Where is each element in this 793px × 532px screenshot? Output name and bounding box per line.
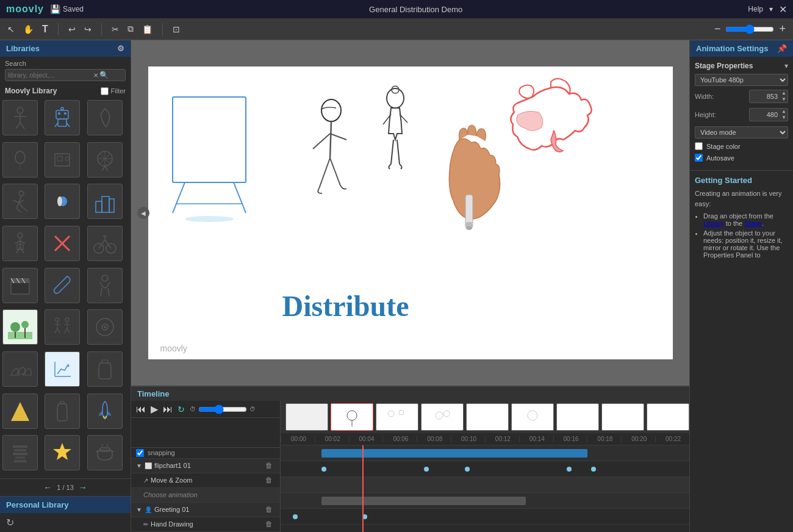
delete-movezoom-button[interactable]: 🗑 (265, 476, 273, 484)
thumbnail-6[interactable] (511, 403, 554, 431)
hand-tool[interactable]: ✋ (21, 23, 36, 35)
snapping-checkbox[interactable] (136, 449, 144, 457)
canvas-wrap: ◀ (131, 40, 689, 386)
search-clear-button[interactable]: ✕ (93, 72, 98, 79)
library-item-chart[interactable] (45, 351, 80, 387)
loop-button[interactable]: ↻ (178, 404, 185, 414)
filter-area[interactable]: Filter (101, 87, 126, 95)
filter-checkbox[interactable] (101, 87, 109, 95)
library-item-runner[interactable] (2, 184, 38, 219)
fastforward-button[interactable]: ⏭ (163, 404, 173, 415)
library-item-star[interactable] (45, 435, 80, 470)
help-label[interactable]: Help (748, 5, 763, 13)
thumbnail-8[interactable] (601, 403, 644, 431)
library-item-park[interactable] (2, 309, 38, 345)
thumbnail-9[interactable] (647, 403, 689, 431)
width-input[interactable] (750, 92, 780, 101)
expand-greeting[interactable]: ▼ (136, 506, 142, 513)
library-item-pot[interactable] (87, 435, 123, 470)
text-tool[interactable]: T (40, 23, 51, 36)
library-item-shopper[interactable] (2, 226, 38, 261)
stage-link[interactable]: Stage (744, 220, 762, 227)
separator-2 (101, 23, 102, 35)
thumbnail-5[interactable] (466, 403, 509, 431)
movezoom-dot-5[interactable] (591, 467, 596, 472)
movezoom-dot-1[interactable] (321, 467, 326, 472)
library-item-bicycle[interactable] (87, 226, 123, 261)
thumbnail-2[interactable] (331, 403, 373, 431)
library-item-cone[interactable] (2, 394, 38, 429)
stage-properties-expand[interactable]: ▾ (784, 62, 788, 70)
format-select[interactable]: YouTube 480p YouTube 720p YouTube 1080p … (695, 74, 788, 86)
search-icon[interactable]: 🔍 (99, 71, 109, 79)
search-input[interactable] (8, 71, 93, 79)
library-item-walkers[interactable] (45, 309, 80, 345)
library-item-machine[interactable] (45, 142, 80, 178)
handdrawing-dot-1[interactable] (293, 514, 298, 519)
library-item-bottle1[interactable] (87, 351, 123, 387)
library-item-robot[interactable] (45, 100, 80, 135)
delete-flipchart-button[interactable]: 🗑 (265, 461, 273, 470)
zoom-slider[interactable] (725, 24, 774, 34)
movezoom-dot-3[interactable] (465, 467, 470, 472)
canvas-stage[interactable]: Distribute moovly (148, 66, 673, 359)
thumbnail-4[interactable] (421, 403, 464, 431)
flipchart-bar[interactable] (321, 449, 587, 458)
library-item-wrench[interactable] (45, 268, 80, 303)
sidebar-settings-icon[interactable]: ⚙ (117, 44, 124, 53)
delete-greeting-button[interactable]: 🗑 (265, 505, 273, 514)
height-input[interactable] (750, 110, 780, 120)
greeting-bar[interactable] (321, 497, 526, 505)
paste-button[interactable]: 📋 (140, 23, 155, 35)
library-item-capsule[interactable] (45, 184, 80, 219)
thumbnail-1[interactable] (285, 403, 328, 431)
autosave-checkbox[interactable] (695, 154, 703, 162)
library-item-balloon[interactable] (2, 142, 38, 178)
close-button[interactable]: ✕ (779, 4, 787, 15)
rewind-button[interactable]: ⏮ (136, 404, 146, 415)
play-button[interactable]: ▶ (151, 403, 158, 415)
stage-color-checkbox[interactable] (695, 142, 703, 150)
library-item-person2[interactable] (87, 268, 123, 303)
library-item-map[interactable] (87, 100, 123, 135)
library-item-horses[interactable] (2, 351, 38, 387)
library-item-clapperboard[interactable] (2, 268, 38, 303)
delete-handdrawing-button[interactable]: 🗑 (265, 520, 273, 528)
library-item-books[interactable] (2, 435, 38, 470)
height-input-wrap: ▲ ▼ (749, 108, 788, 121)
redo-button[interactable]: ↪ (82, 23, 94, 35)
speed-slider[interactable] (198, 404, 247, 414)
zoom-in-button[interactable]: + (777, 21, 788, 37)
cut-button[interactable]: ✂ (109, 23, 121, 35)
pagination-next[interactable]: → (79, 483, 87, 492)
copy-button[interactable]: ⧉ (125, 23, 136, 35)
thumbnail-3[interactable] (376, 403, 418, 431)
undo-button[interactable]: ↩ (66, 23, 78, 35)
library-link[interactable]: Library (703, 220, 724, 227)
library-item-x[interactable] (45, 226, 80, 261)
pagination-prev[interactable]: ← (43, 483, 52, 492)
height-increment[interactable]: ▲ (780, 109, 788, 115)
screen-button[interactable]: ⊡ (170, 23, 182, 35)
thumbnail-7[interactable] (556, 403, 599, 431)
expand-flipchart[interactable]: ▼ (136, 462, 142, 469)
pin-icon[interactable]: 📌 (777, 44, 787, 53)
canvas-collapse-button[interactable]: ◀ (137, 207, 149, 219)
handdrawing-dot-2[interactable] (362, 514, 367, 519)
refresh-icon[interactable]: ↻ (6, 517, 14, 528)
library-item-disc[interactable] (87, 309, 123, 345)
track-handdrawing-row: ✏ Hand Drawing 🗑 (131, 517, 280, 532)
library-item-ferris[interactable] (87, 142, 123, 178)
library-item-person[interactable] (2, 100, 38, 135)
cursor-tool[interactable]: ↖ (5, 23, 17, 35)
library-item-rocket[interactable] (87, 394, 123, 429)
movezoom-dot-2[interactable] (424, 467, 429, 472)
width-increment[interactable]: ▲ (780, 90, 788, 96)
video-mode-select[interactable]: Video mode GIF mode (695, 126, 788, 138)
height-decrement[interactable]: ▼ (780, 115, 788, 121)
width-decrement[interactable]: ▼ (780, 96, 788, 102)
library-item-bottle2[interactable] (45, 394, 80, 429)
zoom-out-button[interactable]: − (712, 21, 723, 37)
library-item-buildings[interactable] (87, 184, 123, 219)
movezoom-dot-4[interactable] (567, 467, 572, 472)
